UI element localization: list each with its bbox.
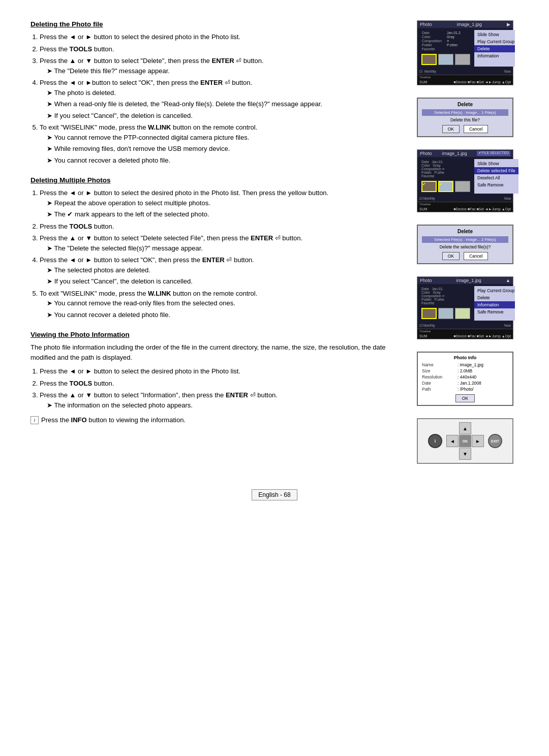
thumb-3 bbox=[455, 54, 470, 65]
info-ok-button[interactable]: OK bbox=[455, 394, 475, 402]
info-row-date: Date : Jan.1.2008 bbox=[422, 381, 508, 386]
ui-left-panel-2: Date Jan.01. Color Gray Composition ≡ Fo… bbox=[419, 159, 472, 194]
dialog-title-2: Delete bbox=[422, 229, 508, 234]
ui-preference-2: ☑ Monthly Now bbox=[417, 196, 513, 202]
ui-body-1: Date Color Composition Folder Favorite J… bbox=[417, 28, 513, 69]
dialog-selected-2: Selected File(s) : image... 2 File(s) bbox=[422, 236, 508, 243]
dialog-ok-1[interactable]: OK bbox=[442, 125, 460, 133]
step-2-multiple: Press the TOOLS button. bbox=[40, 222, 402, 232]
menu-slide-show-1[interactable]: Slide Show bbox=[474, 31, 515, 38]
footer-wrap: English - 68 bbox=[30, 474, 518, 500]
ui-label-date: Date bbox=[422, 31, 442, 35]
info-field-name: Name bbox=[422, 362, 458, 367]
step-5-multiple: To exit "WISELINK" mode, press the W.LIN… bbox=[40, 289, 402, 320]
step-3-multiple: Press the ▲ or ▼ button to select "Delet… bbox=[40, 233, 402, 253]
step-3-info: Press the ▲ or ▼ button to select "Infor… bbox=[40, 390, 402, 410]
dpad-down[interactable]: ▼ bbox=[459, 448, 471, 460]
menu-information-3[interactable]: Information bbox=[474, 301, 515, 308]
ui-body-3: Date Jan.01. Color Gray Composition ≡ Fo… bbox=[417, 284, 513, 323]
menu-safe-remove-2[interactable]: Safe Remove bbox=[474, 181, 518, 188]
info-row-path: Path : /Photo/ bbox=[422, 387, 508, 392]
info-value-resolution: : 440x440 bbox=[458, 374, 476, 380]
note-step3-delete: The "Delete this file?" message appear. bbox=[47, 66, 402, 76]
remote-inner: i ▲ ◄ OK ► ▼ EXIT bbox=[428, 422, 502, 460]
ui-corner-badge-2: ✔FILE SELECTED bbox=[477, 151, 510, 156]
section-title-delete-photo: Deleting the Photo file bbox=[30, 20, 402, 28]
section-title-view-info: Viewing the Photo Information bbox=[30, 331, 402, 338]
ui-header-right-2: image_1.jpg bbox=[442, 151, 467, 156]
menu-play-group-1[interactable]: Play Current Group bbox=[474, 38, 515, 45]
left-column: Deleting the Photo file Press the ◄ or ►… bbox=[30, 20, 402, 464]
dialog-title-1: Delete bbox=[422, 102, 508, 107]
note-step1a-multiple: Repeat the above operation to select mul… bbox=[47, 198, 402, 208]
ui-thumbnails-row-3 bbox=[419, 308, 472, 319]
ui-header-left-2: Photo bbox=[420, 151, 432, 156]
exit-button-circle[interactable]: EXIT bbox=[488, 434, 502, 448]
ui-header-left-1: Photo bbox=[420, 22, 432, 27]
dialog-ok-2[interactable]: OK bbox=[442, 252, 460, 260]
menu-safe-remove-3[interactable]: Safe Remove bbox=[474, 308, 515, 316]
note-step1b-multiple: The ✔ mark appears to the left of the se… bbox=[47, 209, 402, 219]
menu-delete-3[interactable]: Delete bbox=[474, 294, 515, 301]
menu-deselect-all-2[interactable]: Deselect All bbox=[474, 174, 518, 181]
ui-panel-1: Photo image_1.jpg ▶ Date Color Compositi… bbox=[417, 20, 513, 85]
note-step4c-delete: If you select "Cancel", the deletion is … bbox=[47, 111, 402, 121]
info-field-path: Path bbox=[422, 387, 458, 392]
photo-info-box: Photo Info Name : image_1.jpg Size : 2.0… bbox=[417, 352, 513, 406]
dpad-enter[interactable]: OK bbox=[459, 435, 471, 447]
thumb-3b bbox=[438, 308, 453, 319]
steps-list-multiple: Press the ◄ or ► button to select the de… bbox=[30, 188, 402, 320]
ui-footer-2: SUM ■Device ■Fav ■Sel ◄►Jump ▲Opt bbox=[417, 206, 513, 212]
menu-information-1[interactable]: Information bbox=[474, 52, 515, 59]
step-1-delete: Press the ◄ or ► button to select the de… bbox=[40, 32, 402, 42]
note-step4b-multiple: If you select "Cancel", the deletion is … bbox=[47, 276, 402, 287]
page-content: Deleting the Photo file Press the ◄ or ►… bbox=[30, 20, 518, 464]
dpad-up[interactable]: ▲ bbox=[459, 422, 471, 434]
info-note-section: i Press the INFO button to viewing the i… bbox=[30, 416, 402, 424]
ui-corner-icon-3: ▲ bbox=[506, 278, 510, 283]
ui-header-left-3: Photo bbox=[420, 278, 432, 283]
ui-info-rows-1: Date Color Composition Folder Favorite J… bbox=[419, 30, 472, 52]
dialog-message-1: Delete this file? bbox=[422, 117, 508, 122]
info-value-size: : 2.0MB bbox=[458, 368, 472, 373]
menu-slide-show-2[interactable]: Slide Show bbox=[474, 160, 518, 167]
info-row-resolution: Resolution : 440x440 bbox=[422, 374, 508, 380]
dialog-buttons-1: OK Cancel bbox=[422, 125, 508, 133]
note-step5c-delete: You cannot recover a deleted photo file. bbox=[47, 155, 402, 166]
note-step3-multiple: The "Delete the selected file(s)?" messa… bbox=[47, 243, 402, 254]
info-note-text: Press the INFO button to viewing the inf… bbox=[41, 416, 186, 424]
info-button-circle[interactable]: i bbox=[428, 434, 442, 448]
ui-menu-3: Play Current Group Delete Information Sa… bbox=[474, 286, 515, 321]
ui-val-folder: P.other bbox=[447, 43, 461, 47]
info-row-name: Name : image_1.jpg bbox=[422, 362, 508, 367]
step-2-delete: Press the TOOLS button. bbox=[40, 44, 402, 54]
ui-header-1: Photo image_1.jpg ▶ bbox=[417, 21, 513, 28]
section-view-info: Viewing the Photo Information The photo … bbox=[30, 331, 402, 424]
ui-timeline-1: Timeline bbox=[417, 75, 513, 79]
dialog-cancel-1[interactable]: Cancel bbox=[464, 125, 488, 133]
dpad-corner-tl bbox=[446, 422, 459, 434]
dpad-right[interactable]: ► bbox=[472, 435, 484, 447]
menu-delete-selected-2[interactable]: Delete selected File bbox=[474, 167, 518, 174]
menu-play-group-3[interactable]: Play Current Group bbox=[474, 287, 515, 294]
photo-info-title: Photo Info bbox=[422, 355, 508, 360]
section-delete-multiple: Deleting Multiple Photos Press the ◄ or … bbox=[30, 176, 402, 320]
ui-label-folder: Folder bbox=[422, 43, 442, 47]
dpad-left[interactable]: ◄ bbox=[446, 435, 459, 447]
thumb-2b: ✔ bbox=[438, 181, 453, 192]
note-step5a-delete: You cannot remove the PTP-connected digi… bbox=[47, 133, 402, 143]
info-ok-area: OK bbox=[422, 394, 508, 402]
step-2-info: Press the TOOLS button. bbox=[40, 379, 402, 389]
thumb-2a: ✔ bbox=[421, 181, 437, 192]
dialog-cancel-2[interactable]: Cancel bbox=[464, 252, 488, 260]
menu-delete-1[interactable]: Delete bbox=[474, 45, 515, 52]
right-column: Photo image_1.jpg ▶ Date Color Compositi… bbox=[417, 20, 518, 464]
ui-left-panel-1: Date Color Composition Folder Favorite J… bbox=[419, 30, 472, 67]
info-row-size: Size : 2.0MB bbox=[422, 368, 508, 373]
page-footer: English - 68 bbox=[252, 489, 297, 500]
dpad-corner-br bbox=[472, 448, 484, 460]
step-5-delete: To exit "WISELINK" mode, press the W.LIN… bbox=[40, 122, 402, 165]
ui-thumbnails-row-2: ✔ ✔ bbox=[419, 181, 472, 192]
dpad-control: ▲ ◄ OK ► ▼ bbox=[446, 422, 484, 460]
ui-val-date: Jan.01.2 bbox=[447, 31, 461, 35]
